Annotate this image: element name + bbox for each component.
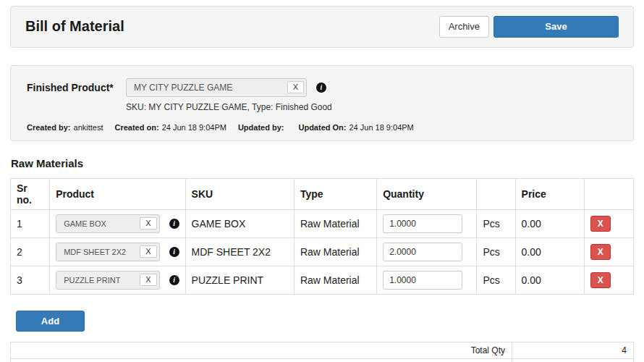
product-field[interactable]: MDF SHEET 2X2 X bbox=[56, 243, 159, 261]
total-label: Total bbox=[11, 359, 512, 362]
updated-by-label: Updated by: bbox=[238, 123, 284, 132]
table-header-row: Sr no. Product SKU Type Quantity Price bbox=[11, 178, 634, 209]
type-cell: Raw Material bbox=[294, 266, 376, 294]
remove-product-button[interactable]: X bbox=[140, 217, 156, 230]
total-qty-value: 4 bbox=[512, 342, 634, 359]
product-value: GAME BOX bbox=[64, 219, 106, 228]
unit-cell: Pcs bbox=[477, 266, 515, 294]
remove-finished-product-button[interactable]: X bbox=[287, 81, 304, 93]
unit-cell: Pcs bbox=[477, 209, 515, 237]
quantity-input[interactable] bbox=[383, 271, 462, 290]
finished-product-value: MY CITY PUZZLE GAME bbox=[134, 83, 232, 93]
bill-of-material-page: Bill of Material Archive Save Finished P… bbox=[0, 0, 644, 362]
totals-table: Total Qty 4 Total 0 bbox=[10, 342, 634, 362]
col-type: Type bbox=[294, 178, 376, 209]
col-price: Price bbox=[515, 178, 584, 209]
save-button[interactable]: Save bbox=[493, 16, 619, 38]
header-actions: Archive Save bbox=[439, 16, 619, 38]
unit-cell: Pcs bbox=[477, 237, 515, 266]
page-title: Bill of Material bbox=[25, 18, 124, 35]
sku-cell: MDF SHEET 2X2 bbox=[185, 237, 294, 266]
total-qty-row: Total Qty 4 bbox=[11, 342, 634, 359]
sku-cell: GAME BOX bbox=[185, 209, 294, 237]
finished-product-panel: Finished Product* MY CITY PUZZLE GAME X … bbox=[10, 65, 634, 141]
table-row: 3 PUZZLE PRINT X i PUZZLE PRINT Raw Mate… bbox=[11, 266, 634, 294]
remove-product-button[interactable]: X bbox=[140, 274, 156, 286]
finished-product-sku-line: SKU: MY CITY PUZZLE GAME, Type: Finished… bbox=[126, 102, 617, 112]
product-field[interactable]: PUZZLE PRINT X bbox=[56, 271, 159, 290]
info-icon[interactable]: i bbox=[316, 83, 326, 93]
col-product: Product bbox=[50, 178, 185, 209]
total-qty-label: Total Qty bbox=[11, 342, 512, 359]
sku-cell: PUZZLE PRINT bbox=[185, 266, 294, 294]
created-on-label: Created on: bbox=[115, 123, 159, 132]
table-row: 1 GAME BOX X i GAME BOX Raw Material Pcs… bbox=[11, 209, 634, 237]
finished-product-field[interactable]: MY CITY PUZZLE GAME X bbox=[126, 78, 307, 97]
total-row: Total 0 bbox=[11, 359, 634, 362]
delete-row-button[interactable]: X bbox=[590, 272, 611, 288]
add-row-button[interactable]: Add bbox=[16, 311, 85, 332]
price-cell: 0.00 bbox=[515, 237, 584, 266]
created-by-label: Created by: bbox=[27, 123, 71, 132]
info-icon[interactable]: i bbox=[169, 247, 179, 257]
raw-materials-heading: Raw Materials bbox=[11, 157, 634, 169]
type-cell: Raw Material bbox=[294, 237, 376, 266]
remove-product-button[interactable]: X bbox=[140, 245, 156, 258]
price-cell: 0.00 bbox=[515, 209, 584, 237]
col-sku: SKU bbox=[185, 178, 294, 209]
page-header: Bill of Material Archive Save bbox=[10, 6, 634, 48]
updated-on-label: Updated On: bbox=[298, 123, 346, 132]
delete-row-button[interactable]: X bbox=[590, 244, 611, 260]
raw-materials-table: Sr no. Product SKU Type Quantity Price 1… bbox=[10, 178, 634, 295]
created-on-value: 24 Jun 18 9:04PM bbox=[162, 123, 226, 132]
audit-meta-row: Created by: ankittest Created on: 24 Jun… bbox=[27, 123, 617, 132]
total-value: 0 bbox=[512, 359, 634, 362]
price-cell: 0.00 bbox=[515, 266, 584, 294]
created-by-value: ankittest bbox=[74, 123, 103, 132]
col-unit bbox=[477, 178, 515, 209]
info-icon[interactable]: i bbox=[169, 219, 179, 229]
product-field[interactable]: GAME BOX X bbox=[56, 214, 159, 233]
delete-row-button[interactable]: X bbox=[590, 216, 611, 232]
col-sr-no: Sr no. bbox=[11, 178, 50, 209]
product-value: PUZZLE PRINT bbox=[64, 276, 120, 285]
type-cell: Raw Material bbox=[294, 209, 376, 237]
product-value: MDF SHEET 2X2 bbox=[64, 248, 126, 256]
updated-on-value: 24 Jun 18 9:04PM bbox=[349, 123, 413, 132]
table-row: 2 MDF SHEET 2X2 X i MDF SHEET 2X2 Raw Ma… bbox=[11, 237, 634, 266]
sr-no-cell: 1 bbox=[11, 209, 50, 237]
archive-button[interactable]: Archive bbox=[439, 16, 489, 38]
col-actions bbox=[584, 178, 633, 209]
sr-no-cell: 3 bbox=[11, 266, 50, 294]
info-icon[interactable]: i bbox=[169, 275, 179, 285]
quantity-input[interactable] bbox=[383, 243, 462, 261]
quantity-input[interactable] bbox=[383, 214, 462, 233]
col-quantity: Quantity bbox=[377, 178, 477, 209]
sr-no-cell: 2 bbox=[11, 237, 50, 266]
finished-product-label: Finished Product* bbox=[27, 82, 126, 93]
